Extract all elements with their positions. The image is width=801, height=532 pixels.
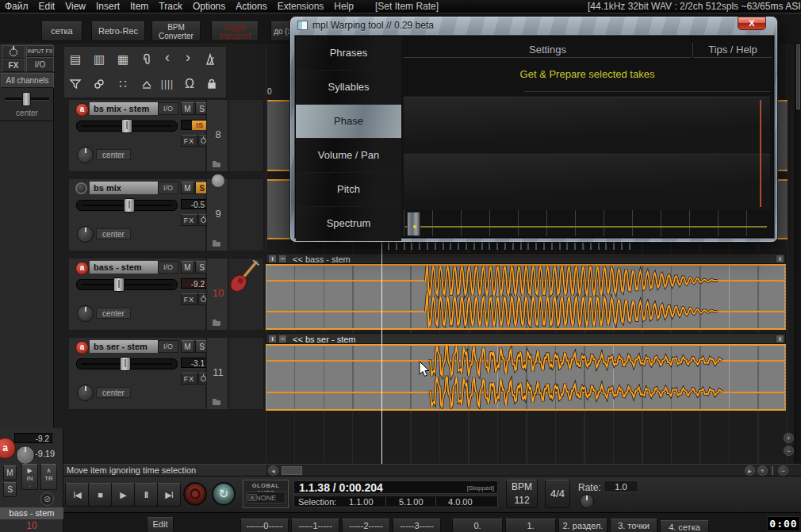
- go-to-start-button[interactable]: I◀: [65, 483, 89, 507]
- menu-view[interactable]: View: [65, 1, 86, 12]
- dock-bypass-icon[interactable]: ⊘: [40, 492, 54, 506]
- record-arm-badge[interactable]: a: [75, 262, 89, 275]
- volume-fader-thumb[interactable]: [113, 277, 125, 292]
- toolbar-grid-button[interactable]: сетка: [41, 21, 82, 41]
- item-info-icon[interactable]: i: [268, 255, 277, 263]
- menu-actions[interactable]: Actions: [236, 1, 266, 12]
- mute-button[interactable]: M: [181, 340, 194, 353]
- menu-set-item-rate[interactable]: [Set Item Rate]: [375, 1, 439, 12]
- menu-extensions[interactable]: Extensions: [278, 1, 324, 12]
- volume-fader-thumb[interactable]: [120, 357, 131, 371]
- volume-fader[interactable]: [76, 358, 178, 369]
- all-channels-button[interactable]: All channels: [1, 73, 54, 88]
- pan-knob[interactable]: [77, 385, 94, 401]
- item-header-bass-stem[interactable]: i ~ << bass - stem i: [266, 253, 786, 264]
- edit-mode-button[interactable]: Edit: [147, 517, 174, 532]
- menu-file[interactable]: Файл: [5, 1, 29, 12]
- scroll-right-button[interactable]: ▸: [745, 465, 755, 476]
- fx-button[interactable]: FX: [181, 214, 197, 226]
- media-item-bass-stem[interactable]: [266, 264, 786, 330]
- item-envelope-icon[interactable]: ~: [278, 255, 287, 263]
- get-prepare-takes-button[interactable]: Get & Prepare selected takes: [401, 68, 773, 82]
- tab-spectrum[interactable]: Spectrum: [296, 207, 401, 241]
- volume-fader-thumb[interactable]: [124, 198, 135, 212]
- horizontal-scrollbar[interactable]: ◂ ▸ + −: [266, 464, 801, 476]
- tab-tips-help[interactable]: Tips / Help: [694, 41, 772, 58]
- marker-button-2[interactable]: -----2-----: [342, 519, 390, 532]
- track-name[interactable]: bs ser - stem: [90, 340, 158, 353]
- grid-lines-icon[interactable]: ||||: [159, 75, 176, 93]
- fx-button[interactable]: FX: [181, 135, 197, 147]
- fx-button[interactable]: FX: [181, 293, 197, 305]
- item-info-icon-right[interactable]: i: [776, 335, 784, 343]
- mute-button[interactable]: M: [181, 102, 194, 115]
- volume-fader-thumb[interactable]: [121, 119, 132, 133]
- track-collapse-handle[interactable]: [211, 174, 225, 188]
- region-button-3[interactable]: 3. точки: [610, 519, 657, 532]
- track-panel-9[interactable]: bs mix I/O M S -0.5 FX center 9: [68, 178, 264, 251]
- time-signature-display[interactable]: 4/4: [545, 480, 570, 508]
- track-name[interactable]: bs mix: [90, 182, 158, 194]
- master-fx-button[interactable]: FX: [2, 59, 25, 72]
- item-info-icon-right[interactable]: i: [776, 255, 784, 263]
- item-envelope-icon[interactable]: ~: [278, 335, 287, 343]
- menu-track[interactable]: Track: [159, 1, 182, 12]
- vertical-zoom-out-button[interactable]: −: [784, 446, 794, 456]
- selection-display[interactable]: Selection: 1.1.00 5.1.00 4.0.00: [293, 496, 498, 507]
- horizontal-scrollbar-thumb[interactable]: [282, 466, 302, 475]
- menu-item[interactable]: Item: [130, 1, 148, 12]
- folder-icon[interactable]: [213, 242, 220, 247]
- route-io-button[interactable]: I/O: [158, 340, 178, 353]
- dock-solo-button[interactable]: S: [3, 482, 17, 497]
- dock-tr-button[interactable]: ∧TR: [40, 464, 57, 490]
- warping-tool-dialog[interactable]: mpl Warping tool // 0.29 beta X Phrases …: [290, 17, 777, 242]
- region-button-2[interactable]: 2. раздел.: [558, 519, 607, 532]
- tab-settings[interactable]: Settings: [404, 41, 692, 58]
- track-panel-8[interactable]: a bs mix - stem I/O M S !S FX center 8: [68, 99, 264, 172]
- stop-button[interactable]: ■: [88, 483, 112, 507]
- mute-button[interactable]: M: [181, 182, 194, 194]
- zoom-in-button[interactable]: +: [757, 465, 768, 476]
- media-item-bs-ser-stem[interactable]: [266, 344, 786, 411]
- go-to-end-button[interactable]: ▶I: [157, 483, 181, 507]
- menu-insert[interactable]: Insert: [96, 1, 120, 12]
- magnet-snap-icon[interactable]: Ω: [181, 75, 198, 93]
- grid-blocks-icon[interactable]: ∷: [114, 75, 132, 93]
- open-project-icon[interactable]: ▥: [90, 51, 108, 68]
- tab-syllables[interactable]: Syllables: [296, 71, 401, 105]
- pan-knob[interactable]: [77, 147, 94, 163]
- route-io-button[interactable]: I/O: [158, 102, 178, 115]
- track-name[interactable]: bass - stem: [90, 261, 158, 274]
- master-power-button[interactable]: [2, 45, 25, 59]
- lock-icon[interactable]: [203, 75, 220, 93]
- region-button-1[interactable]: 1.: [505, 519, 556, 532]
- dock-pan-knob[interactable]: [16, 446, 35, 465]
- monitor-badge[interactable]: !S: [192, 121, 207, 130]
- folder-icon[interactable]: [213, 321, 220, 326]
- volume-fader[interactable]: [76, 121, 178, 132]
- tab-phrases[interactable]: Phrases: [296, 36, 401, 71]
- volume-fader[interactable]: [76, 279, 178, 290]
- track-panel-10[interactable]: a bass - stem I/O M S -9.2 FX center 10: [68, 258, 264, 331]
- timeline-slider-handle[interactable]: [407, 212, 420, 236]
- record-arm-badge[interactable]: a: [75, 341, 89, 354]
- folder-icon[interactable]: [213, 400, 220, 405]
- track-number-column[interactable]: 8: [206, 99, 228, 172]
- repeat-button[interactable]: ↻: [212, 482, 236, 506]
- save-project-icon[interactable]: ▦: [114, 51, 132, 68]
- track-name[interactable]: bs mix - stem: [90, 102, 158, 115]
- bpm-display[interactable]: BPM 112: [506, 480, 538, 508]
- tab-volume-pan[interactable]: Volume / Pan: [296, 139, 401, 173]
- scroll-left-button[interactable]: ◂: [268, 465, 278, 476]
- redo-icon[interactable]: ›: [179, 48, 197, 66]
- pan-knob[interactable]: [77, 226, 94, 243]
- global-automation-box[interactable]: GLOBAL AUTO NONE ∧: [243, 480, 289, 508]
- paperclip-icon[interactable]: [138, 51, 155, 68]
- menu-options[interactable]: Options: [193, 1, 225, 12]
- menu-help[interactable]: Help: [334, 1, 354, 12]
- tab-pitch[interactable]: Pitch: [296, 173, 401, 207]
- toolbar-bpm-converter-button[interactable]: BPM Converter: [151, 21, 201, 41]
- route-io-button[interactable]: I/O: [158, 182, 178, 194]
- input-fx-button[interactable]: INPUT FX: [26, 45, 54, 57]
- record-arm-badge[interactable]: a: [75, 103, 89, 117]
